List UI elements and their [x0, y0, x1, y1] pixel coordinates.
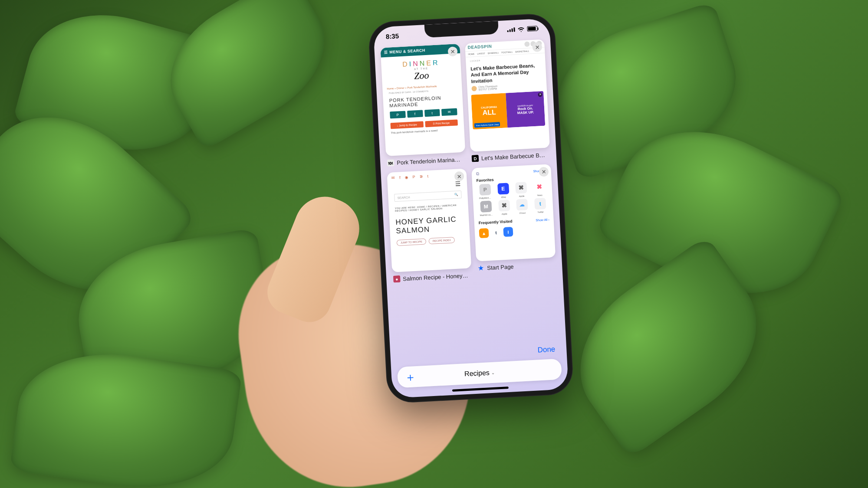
twitter-icon: t: [424, 109, 440, 117]
favicon: ●: [393, 275, 401, 283]
search-field: SEARCH 🔍: [394, 190, 462, 202]
facebook-icon: f: [399, 175, 401, 180]
favorites-grid: PPhilipMichaels.comEeBay⌘Apple⌘NewsMMash…: [477, 181, 549, 216]
app-label: Twitter: [537, 210, 544, 213]
app-tile: M: [480, 201, 492, 213]
tab-start-page[interactable]: ✕ ⧉ Show All › Favorites PPhilipMichaels…: [471, 164, 556, 278]
cart-icon: [524, 41, 530, 47]
status-time: 8:35: [386, 32, 399, 40]
site-menu-label: MENU & SEARCH: [389, 48, 425, 54]
tab-salmon-recipe[interactable]: ✕ ✉ f ◉ P ⋑ t ☰ SEARCH 🔍 YOU ARE HERE:: [387, 168, 472, 282]
search-icon: 🔍: [454, 193, 458, 196]
email-icon: ✉: [391, 176, 395, 180]
tab-thumbnail[interactable]: ✕ DEADSPIN HOMELATESTBASEBALLFOOTBALLBAS…: [465, 39, 550, 152]
cellular-icon: [507, 27, 515, 32]
favorite-app: tTwitter: [532, 198, 549, 214]
bookmarks-icon: ⧉: [476, 171, 480, 177]
tab-group-selector[interactable]: Recipes ⌄: [418, 366, 542, 380]
app-label: eBay: [501, 196, 506, 199]
app-tile: E: [497, 183, 509, 194]
jump-to-recipe-button: ↓ Jump to Recipe: [390, 121, 423, 129]
frequently-visited-heading: Frequently Visited: [479, 219, 513, 225]
article-title: HONEY GARLIC SALMON: [389, 210, 470, 240]
ad-banner: CALIFORNIA ALL covid19.ca.gov Rock On. M…: [471, 91, 545, 130]
recipe-index-button: RECIPE INDEX: [429, 237, 455, 244]
site-logo: DEADSPIN: [467, 43, 492, 49]
pinterest-icon: P: [390, 111, 406, 119]
favicon: ★: [477, 265, 485, 272]
favorite-app: ⌘Apple: [513, 182, 530, 198]
tab-caption: Pork Tenderloin Marina…: [397, 156, 460, 166]
site-logo: DINNER AT THE Zoo: [381, 53, 462, 88]
app-tile: ⌘: [498, 200, 510, 211]
freq-tile: t: [491, 227, 501, 237]
bottom-toolbar-area: Done ＋ Recipes ⌄: [390, 344, 569, 398]
article-title: Let's Make Barbecue Beans, And Earn A Me…: [466, 59, 546, 86]
close-tab-button[interactable]: ✕: [539, 167, 549, 177]
new-tab-button[interactable]: ＋: [404, 369, 418, 385]
app-label: Apple: [502, 213, 507, 216]
app-label: Apple: [519, 195, 525, 198]
done-button[interactable]: Done: [537, 345, 556, 354]
favorite-app: ⌘Apple: [496, 200, 513, 216]
tab-grid[interactable]: ✕ ☰MENU & SEARCH DINNER AT THE Zoo Home …: [374, 37, 562, 283]
app-label: News: [537, 193, 542, 197]
app-tile: P: [479, 184, 491, 196]
rss-icon: ⋑: [419, 174, 423, 179]
pinterest-icon: P: [412, 175, 415, 179]
instagram-icon: ◉: [404, 175, 408, 179]
favorite-app: ☁iCloud: [514, 199, 531, 215]
favorite-app: ⌘News: [531, 181, 548, 197]
facebook-icon: f: [407, 110, 423, 118]
tab-pork-tenderloin[interactable]: ✕ ☰MENU & SEARCH DINNER AT THE Zoo Home …: [380, 44, 466, 167]
wifi-icon: [517, 26, 525, 32]
favicon: 🍽: [387, 159, 395, 167]
tab-caption: Start Page: [487, 263, 514, 271]
tab-thumbnail[interactable]: ✕ ⧉ Show All › Favorites PPhilipMichaels…: [471, 164, 556, 261]
hamburger-icon: ☰: [384, 50, 388, 55]
iphone-frame: 8:35 ✕ ☰MENU & SEARCH DINNER AT THE Zoo: [368, 13, 574, 403]
app-tile: t: [534, 198, 546, 210]
jump-to-recipe-button: JUMP TO RECIPE: [397, 239, 427, 246]
app-tile: ☁: [516, 199, 528, 210]
favicon: D: [472, 155, 479, 162]
tab-caption: Salmon Recipe - Honey…: [403, 272, 468, 282]
app-tile: ⌘: [515, 182, 527, 193]
chevron-down-icon: ⌄: [491, 370, 495, 375]
app-tile: ⌘: [533, 181, 545, 193]
battery-icon: [527, 26, 538, 31]
print-recipe-button: ⎙ Print Recipe: [425, 119, 458, 127]
freq-tile: I: [503, 227, 513, 237]
twitter-icon: t: [427, 174, 428, 178]
email-icon: ✉: [441, 108, 457, 116]
app-label: Mashed cauliflow…: [480, 213, 493, 216]
home-indicator[interactable]: [452, 386, 509, 392]
tab-thumbnail[interactable]: ✕ ✉ f ◉ P ⋑ t ☰ SEARCH 🔍 YOU ARE HERE:: [387, 168, 471, 272]
frequently-visited-row: ▲tI: [479, 225, 550, 239]
freq-tile: ▲: [479, 228, 489, 238]
author-avatar: [471, 86, 477, 92]
app-label: PhilipMichaels.com: [479, 196, 492, 200]
tab-thumbnail[interactable]: ✕ ☰MENU & SEARCH DINNER AT THE Zoo Home …: [380, 44, 465, 156]
favorite-app: MMashed cauliflow…: [477, 200, 495, 216]
tab-deadspin-bbq[interactable]: ✕ DEADSPIN HOMELATESTBASEBALLFOOTBALLBAS…: [465, 39, 550, 162]
tab-caption: Let's Make Barbecue B…: [481, 151, 546, 161]
favorite-app: PPhilipMichaels.com: [477, 183, 494, 200]
show-all-link: Show All ›: [536, 218, 549, 222]
favorite-app: EeBay: [495, 183, 512, 199]
app-label: iCloud: [519, 211, 526, 214]
screen: 8:35 ✕ ☰MENU & SEARCH DINNER AT THE Zoo: [373, 18, 569, 398]
